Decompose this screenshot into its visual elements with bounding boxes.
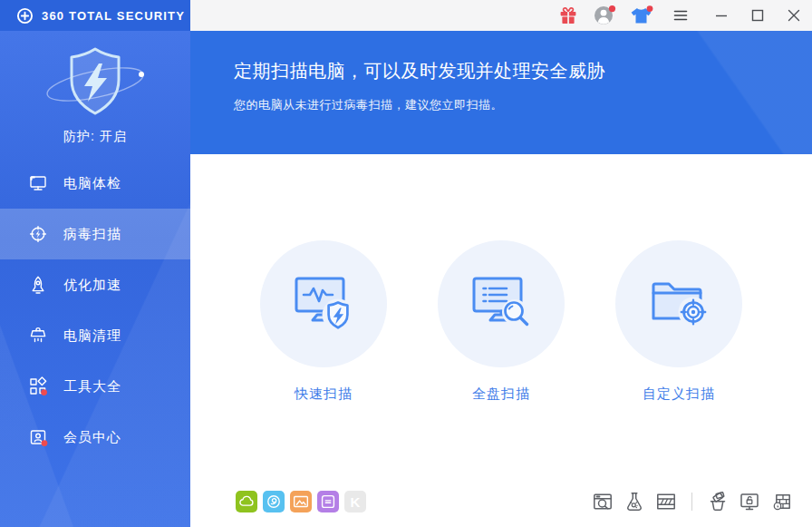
cloud-app-icon[interactable] [236,491,257,512]
protection-status: 防护: 开启 [0,31,190,158]
sidebar-item-toolbox[interactable]: 工具大全 [0,361,190,412]
monitor-icon [28,173,48,193]
scan-history-icon[interactable] [592,491,614,512]
footer-bar: K [236,491,792,512]
scan-banner: 定期扫描电脑，可以及时发现并处理安全威胁 您的电脑从未进行过病毒扫描，建议您立即… [190,31,812,154]
sidebar: 防护: 开启 电脑体检 [0,31,190,527]
full-scan-label: 全盘扫描 [472,385,530,403]
virus-scan-icon [28,224,48,244]
sidebar-item-label: 工具大全 [63,378,121,395]
quick-scan-button[interactable]: 快速扫描 [260,240,387,403]
firewall-icon[interactable] [770,491,792,512]
spiral-app-icon[interactable] [263,491,285,512]
image-viewer-app-icon[interactable] [290,491,312,512]
app-logo-icon [16,7,34,24]
virus-lab-icon[interactable] [624,491,645,512]
app-logo-area: 360 TOTAL SECURITY [0,0,190,31]
app-title: 360 TOTAL SECURITY [42,9,185,23]
k-app-icon[interactable]: K [344,491,366,512]
toolbox-grid-icon [28,376,48,396]
banner-title: 定期扫描电脑，可以及时发现并处理安全威胁 [234,59,812,83]
sidebar-item-label: 电脑清理 [63,327,121,345]
main-content: 快速扫描 全盘扫描 [190,154,812,527]
footer-divider [691,493,692,511]
sidebar-menu: 电脑体检 病毒扫描 [0,158,190,463]
sidebar-item-label: 电脑体检 [63,175,121,192]
quick-scan-label: 快速扫描 [295,385,353,403]
main-menu-icon[interactable] [665,0,696,31]
quick-launch-apps: K [236,491,366,512]
sidebar-item-label: 优化加速 [63,277,121,294]
sidebar-item-virus-scan[interactable]: 病毒扫描 [0,209,190,259]
theme-shirt-icon[interactable] [625,0,656,31]
sidebar-item-checkup[interactable]: 电脑体检 [0,158,190,209]
member-icon [28,427,48,447]
sidebar-item-label: 会员中心 [63,429,121,446]
shield-icon [40,42,150,127]
titlebar-controls [190,0,812,31]
custom-scan-label: 自定义扫描 [643,385,715,403]
sidebar-item-speedup[interactable]: 优化加速 [0,259,190,310]
maximize-button[interactable] [740,0,776,31]
custom-scan-icon [615,240,742,367]
k-app-glyph: K [351,494,361,510]
full-scan-button[interactable]: 全盘扫描 [438,240,565,403]
quarantine-icon[interactable] [655,491,677,512]
screen-unlock-icon[interactable] [739,491,760,512]
trust-zone-icon[interactable] [707,491,729,512]
app-window: 360 TOTAL SECURITY [0,0,812,527]
full-scan-icon [438,240,565,367]
minimize-button[interactable] [703,0,740,31]
rocket-icon [28,275,48,295]
user-avatar[interactable] [589,0,620,31]
sidebar-item-member-center[interactable]: 会员中心 [0,412,190,463]
sidebar-item-label: 病毒扫描 [63,226,121,243]
banner-subtitle: 您的电脑从未进行过病毒扫描，建议您立即扫描。 [234,97,812,113]
sidebar-item-cleanup[interactable]: 电脑清理 [0,310,190,361]
protection-label: 防护: 开启 [63,129,127,145]
close-button[interactable] [776,0,812,31]
scan-options-row: 快速扫描 全盘扫描 [190,154,812,403]
notes-app-icon[interactable] [317,491,339,512]
titlebar: 360 TOTAL SECURITY [0,0,812,31]
gift-icon[interactable] [553,0,584,31]
custom-scan-button[interactable]: 自定义扫描 [615,240,742,403]
tools-bar [592,491,792,512]
brush-icon [28,326,48,346]
quick-scan-icon [260,240,387,367]
